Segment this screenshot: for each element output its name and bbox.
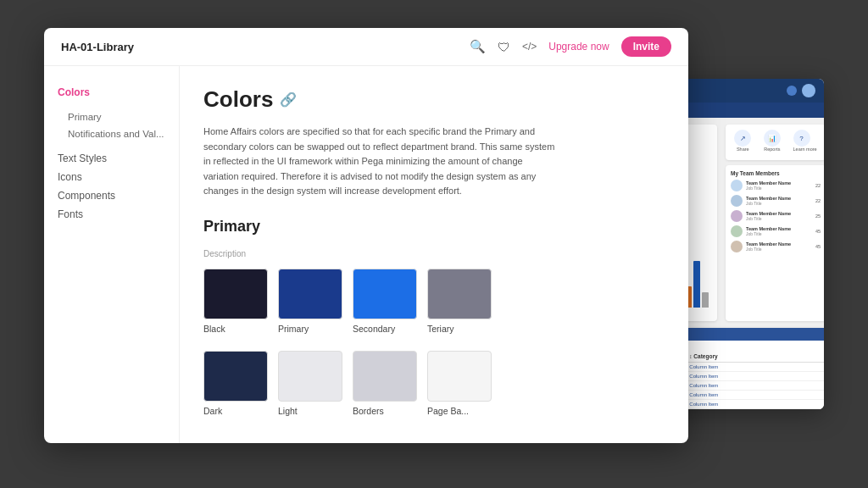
cell-cat-5: Column Item — [682, 400, 824, 409]
team-member-3: Team Member Name Job Title 25 — [731, 210, 821, 222]
color-swatch-secondary[interactable] — [353, 269, 417, 319]
sidebar-item-text-styles[interactable]: Text Styles — [58, 149, 165, 168]
invite-button[interactable]: Invite — [621, 36, 671, 57]
action-chart[interactable]: 📊 Reports — [764, 130, 781, 152]
member-count-2: 22 — [815, 198, 821, 203]
color-item-light: Light — [278, 351, 342, 416]
color-swatch-page-bg[interactable] — [427, 351, 492, 402]
page-title: Colors 🔗 — [203, 86, 665, 113]
top-bar-right: 🔍 🛡 </> Upgrade now Invite — [470, 36, 671, 57]
action-share-icon: ↗ — [734, 130, 751, 147]
section-title-primary: Primary — [203, 218, 665, 236]
member-info-4: Team Member Name Job Title — [746, 226, 812, 236]
sidebar: Colors Primary Notifications and Val... … — [44, 66, 180, 443]
action-help[interactable]: ? Learn more — [793, 130, 817, 152]
member-count-5: 45 — [815, 244, 821, 249]
member-count-3: 25 — [815, 214, 821, 219]
color-name-light: Light — [278, 406, 342, 416]
sidebar-item-fonts[interactable]: Fonts — [58, 205, 165, 224]
member-info-2: Team Member Name Job Title — [746, 196, 812, 206]
sidebar-item-notifications[interactable]: Notifications and Val... — [58, 125, 165, 142]
color-description-label: Description — [203, 249, 665, 258]
action-chart-icon: 📊 — [764, 130, 781, 147]
color-swatch-tertiary[interactable] — [427, 269, 492, 319]
member-role-2: Job Title — [746, 201, 812, 206]
color-item-page-bg: Page Ba... — [427, 351, 492, 416]
content-area: Colors 🔗 Home Affairs colors are specifi… — [180, 66, 688, 443]
member-count-4: 45 — [815, 229, 821, 234]
link-icon: 🔗 — [280, 92, 297, 108]
app-logo: HA-01-Library — [61, 41, 134, 53]
sidebar-item-components[interactable]: Components — [58, 186, 165, 205]
color-swatch-light[interactable] — [278, 351, 342, 402]
color-swatch-borders[interactable] — [353, 351, 417, 402]
sidebar-item-icons[interactable]: Icons — [58, 168, 165, 186]
bar-blue-6 — [693, 261, 700, 308]
color-item-primary: Primary — [278, 269, 342, 334]
search-icon[interactable]: 🔍 — [470, 39, 486, 54]
color-item-tertiary: Teriary — [427, 269, 492, 334]
dash-header-icon — [787, 86, 797, 96]
color-swatch-dark[interactable] — [203, 351, 268, 402]
color-name-primary: Primary — [278, 324, 342, 334]
team-member-4: Team Member Name Job Title 45 — [731, 225, 821, 237]
page-title-text: Colors — [203, 86, 273, 113]
color-item-borders: Borders — [353, 351, 417, 416]
code-icon[interactable]: </> — [522, 41, 537, 53]
member-role-1: Job Title — [746, 186, 812, 191]
sidebar-item-colors[interactable]: Colors — [58, 83, 165, 102]
color-grid-row2: Dark Light Borders Page Ba... — [203, 351, 665, 416]
bar-gray-6 — [702, 292, 709, 308]
top-bar: HA-01-Library 🔍 🛡 </> Upgrade now Invite — [44, 28, 688, 66]
member-role-3: Job Title — [746, 216, 812, 221]
col-category: ↕ Category — [682, 351, 824, 363]
team-member-2: Team Member Name Job Title 22 — [731, 195, 821, 207]
color-item-black: Black — [203, 269, 268, 334]
member-role-4: Job Title — [746, 231, 812, 236]
action-help-label: Learn more — [793, 147, 817, 152]
dash-actions: ↗ Share 📊 Reports ? Learn more — [726, 125, 824, 160]
member-count-1: 22 — [815, 183, 821, 188]
color-swatch-black[interactable] — [203, 269, 268, 319]
color-item-secondary: Secondary — [353, 269, 417, 334]
action-share[interactable]: ↗ Share — [734, 130, 751, 152]
action-chart-label: Reports — [764, 147, 781, 152]
description-text: Home Affairs colors are specified so tha… — [203, 125, 559, 199]
team-member-5: Team Member Name Job Title 45 — [731, 241, 821, 252]
member-avatar-5 — [731, 241, 743, 252]
team-member-1: Team Member Name Job Title 22 — [731, 180, 821, 191]
sidebar-group: Primary Notifications and Val... — [58, 108, 165, 142]
member-avatar-1 — [731, 180, 743, 191]
cell-cat-4: Column Item — [682, 391, 824, 400]
main-panel: HA-01-Library 🔍 🛡 </> Upgrade now Invite… — [44, 28, 688, 443]
dash-right-column: ↗ Share 📊 Reports ? Learn more — [722, 118, 824, 328]
color-name-borders: Borders — [353, 406, 417, 416]
color-name-tertiary: Teriary — [427, 324, 492, 334]
upgrade-button[interactable]: Upgrade now — [548, 41, 609, 53]
color-item-dark: Dark — [203, 351, 268, 416]
bar-group-6 — [685, 261, 709, 308]
team-title: My Team Members — [731, 170, 821, 176]
cell-cat-1: Column Item — [682, 363, 824, 372]
color-swatch-primary[interactable] — [278, 269, 342, 319]
member-info-3: Team Member Name Job Title — [746, 211, 812, 221]
member-role-5: Job Title — [746, 247, 812, 252]
color-name-page-bg: Page Ba... — [427, 406, 492, 416]
action-share-label: Share — [734, 147, 751, 152]
member-avatar-4 — [731, 225, 743, 237]
shield-icon[interactable]: 🛡 — [498, 40, 510, 54]
member-info-5: Team Member Name Job Title — [746, 241, 812, 252]
color-grid-row1: Black Primary Secondary Teriary — [203, 269, 665, 334]
sidebar-section-styles: Text Styles Icons Components Fonts — [58, 149, 165, 224]
sidebar-item-primary[interactable]: Primary — [58, 108, 165, 125]
body-area: Colors Primary Notifications and Val... … — [44, 66, 688, 443]
color-name-dark: Dark — [203, 406, 268, 416]
action-help-icon: ? — [793, 130, 810, 147]
color-name-secondary: Secondary — [353, 324, 417, 334]
member-info-1: Team Member Name Job Title — [746, 180, 812, 191]
color-name-black: Black — [203, 324, 268, 334]
member-avatar-3 — [731, 210, 743, 222]
cell-cat-3: Column Item — [682, 381, 824, 391]
team-section: My Team Members Team Member Name Job Tit… — [726, 165, 824, 321]
cell-cat-2: Column Item — [682, 372, 824, 381]
